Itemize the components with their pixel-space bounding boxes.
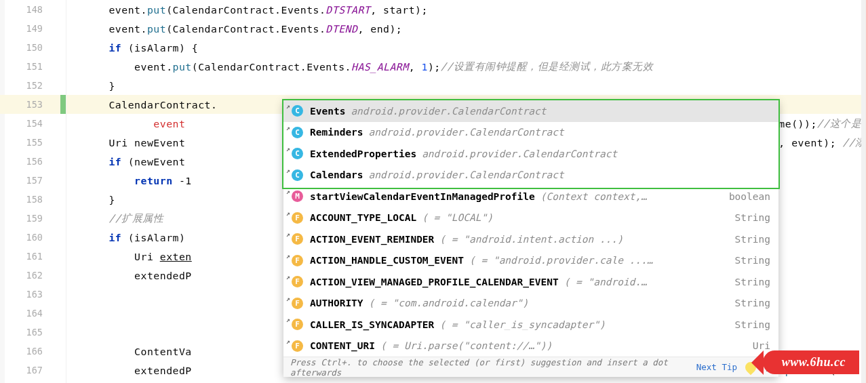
class-icon: C↗ xyxy=(292,105,303,117)
gutter-line: 149 xyxy=(0,19,66,38)
editor-root: 1481491501511521531541551561571581591601… xyxy=(0,0,868,383)
autocomplete-item-detail: android.provider.CalendarContract xyxy=(369,169,770,180)
gutter-line: 167 xyxy=(0,361,66,380)
gutter-line: 165 xyxy=(0,323,66,342)
autocomplete-item[interactable]: F↗CALLER_IS_SYNCADAPTER( = "caller_is_sy… xyxy=(283,314,778,336)
autocomplete-item[interactable]: F↗ACTION_VIEW_MANAGED_PROFILE_CALENDAR_E… xyxy=(283,271,778,293)
gutter-line: 159 xyxy=(0,209,66,228)
autocomplete-item-detail: ( = Uri.parse("content://…")) xyxy=(380,340,746,351)
field-icon: F↗ xyxy=(292,212,303,224)
autocomplete-item[interactable]: F↗ACTION_HANDLE_CUSTOM_EVENT( = "android… xyxy=(283,250,778,272)
field-icon: F↗ xyxy=(292,255,303,266)
autocomplete-item-type: String xyxy=(735,255,770,266)
gutter-line: 158 xyxy=(0,190,66,209)
autocomplete-item-name: CONTENT_URI xyxy=(310,340,375,351)
autocomplete-item-type: boolean xyxy=(729,191,770,202)
gutter-line: 153 xyxy=(0,95,66,114)
gutter-line: 162 xyxy=(0,266,66,285)
autocomplete-item-type: String xyxy=(735,319,770,330)
field-icon: F↗ xyxy=(292,233,303,245)
gutter-line: 166 xyxy=(0,342,66,361)
code-line[interactable]: event.put(CalendarContract.Events.HAS_AL… xyxy=(66,57,868,76)
gutter-line: 152 xyxy=(0,76,66,95)
code-line[interactable]: } xyxy=(66,76,868,95)
autocomplete-item-name: AUTHORITY xyxy=(310,298,363,308)
code-line[interactable]: event.put(CalendarContract.Events.DTSTAR… xyxy=(66,0,868,19)
autocomplete-item[interactable]: F↗ACCOUNT_TYPE_LOCAL( = "LOCAL")String xyxy=(283,207,778,229)
watermark-label: www.6hu.cc xyxy=(763,350,859,374)
autocomplete-item[interactable]: C↗Calendarsandroid.provider.CalendarCont… xyxy=(283,165,778,186)
autocomplete-item-type: String xyxy=(735,298,770,308)
field-icon: F↗ xyxy=(292,276,303,287)
autocomplete-item[interactable]: F↗CONTENT_URI( = Uri.parse("content://…"… xyxy=(283,336,778,357)
autocomplete-popup[interactable]: C↗Eventsandroid.provider.CalendarContrac… xyxy=(283,100,778,377)
gutter-line: 156 xyxy=(0,152,66,171)
gutter-line: 164 xyxy=(0,304,66,323)
autocomplete-item-type: String xyxy=(735,234,770,245)
autocomplete-item-detail: android.provider.CalendarContract xyxy=(351,106,770,117)
class-icon: C↗ xyxy=(292,127,303,138)
autocomplete-item-type: Uri xyxy=(753,340,770,351)
code-line[interactable]: extendedProperties.put(CalendarContract.… xyxy=(66,380,868,383)
gutter-line: 148 xyxy=(0,0,66,19)
gutter-line: 151 xyxy=(0,57,66,76)
next-tip-link[interactable]: Next Tip xyxy=(696,362,737,372)
code-line[interactable]: event.put(CalendarContract.Events.DTEND,… xyxy=(66,19,868,38)
autocomplete-item-name: ACTION_HANDLE_CUSTOM_EVENT xyxy=(310,255,464,266)
autocomplete-item-name: ACTION_VIEW_MANAGED_PROFILE_CALENDAR_EVE… xyxy=(310,277,559,287)
autocomplete-item[interactable]: M↗startViewCalendarEventInManagedProfile… xyxy=(283,186,778,207)
autocomplete-item-detail: ( = "android.intent.action ...) xyxy=(439,234,728,245)
field-icon: F↗ xyxy=(292,319,303,330)
autocomplete-item-type: String xyxy=(735,277,770,287)
autocomplete-item-detail: ( = "android.provider.cale ...… xyxy=(469,255,728,266)
autocomplete-item[interactable]: F↗AUTHORITY( = "com.android.calendar")St… xyxy=(283,293,778,315)
gutter-line: 161 xyxy=(0,247,66,266)
gutter-line: 160 xyxy=(0,228,66,247)
autocomplete-tip-text: Press Ctrl+. to choose the selected (or … xyxy=(290,357,696,378)
gutter-line: 163 xyxy=(0,285,66,304)
field-icon: F↗ xyxy=(292,340,303,352)
autocomplete-item-name: Reminders xyxy=(310,127,363,138)
class-icon: C↗ xyxy=(292,148,303,159)
autocomplete-item-name: startViewCalendarEventInManagedProfile xyxy=(310,191,535,202)
autocomplete-item[interactable]: C↗ExtendedPropertiesandroid.provider.Cal… xyxy=(283,143,778,165)
autocomplete-item-detail: ( = "android.… xyxy=(564,277,728,287)
autocomplete-item-name: CALLER_IS_SYNCADAPTER xyxy=(310,319,434,330)
code-area[interactable]: event.put(CalendarContract.Events.DTSTAR… xyxy=(66,0,868,383)
autocomplete-item[interactable]: C↗Eventsandroid.provider.CalendarContrac… xyxy=(283,100,778,122)
autocomplete-item[interactable]: C↗Remindersandroid.provider.CalendarCont… xyxy=(283,122,778,144)
code-line[interactable]: if (isAlarm) { xyxy=(66,38,868,57)
field-icon: F↗ xyxy=(292,298,303,309)
gutter: 1481491501511521531541551561571581591601… xyxy=(0,0,66,383)
autocomplete-item-name: ACCOUNT_TYPE_LOCAL xyxy=(310,212,416,223)
autocomplete-item-detail: android.provider.CalendarContract xyxy=(369,127,770,138)
gutter-line: 157 xyxy=(0,171,66,190)
class-icon: C↗ xyxy=(292,169,303,181)
autocomplete-item-detail: android.provider.CalendarContract xyxy=(422,148,770,159)
gutter-line: 168 xyxy=(0,380,66,383)
gutter-line: 150 xyxy=(0,38,66,57)
autocomplete-item[interactable]: F↗ACTION_EVENT_REMINDER( = "android.inte… xyxy=(283,228,778,250)
gutter-line: 155 xyxy=(0,133,66,152)
method-icon: M↗ xyxy=(292,190,303,202)
autocomplete-item-name: ACTION_EVENT_REMINDER xyxy=(310,234,434,245)
autocomplete-item-name: ExtendedProperties xyxy=(310,148,416,159)
gutter-line: 154 xyxy=(0,114,66,133)
autocomplete-item-detail: ( = "caller_is_syncadapter") xyxy=(439,319,728,330)
autocomplete-item-name: Calendars xyxy=(310,169,363,180)
autocomplete-item-detail: ( = "com.android.calendar") xyxy=(369,298,728,308)
autocomplete-item-type: String xyxy=(735,212,770,223)
autocomplete-footer: Press Ctrl+. to choose the selected (or … xyxy=(283,357,778,377)
autocomplete-item-detail: ( = "LOCAL") xyxy=(422,212,728,223)
autocomplete-item-detail: (Context context,… xyxy=(540,191,722,202)
autocomplete-item-name: Events xyxy=(310,106,345,117)
